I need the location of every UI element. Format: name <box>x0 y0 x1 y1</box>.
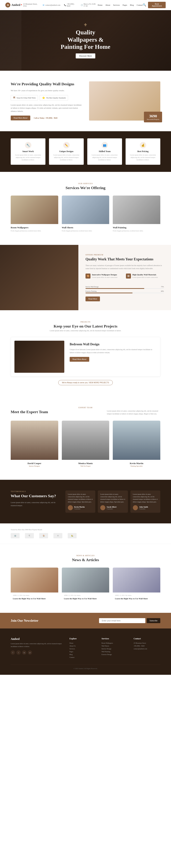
team-image-kevin <box>113 421 160 460</box>
hero-content: ⚜ QualityWallpapers &Painting For Home D… <box>61 23 110 58</box>
services-label: OUR SERVICES <box>11 183 160 185</box>
hero-discover-button[interactable]: Discover More <box>76 54 95 58</box>
search-icon[interactable]: 🔍 <box>143 3 146 7</box>
quality-icon: ⭐ <box>42 96 45 99</box>
newsletter-email-input[interactable] <box>99 618 145 623</box>
footer-contact-phone: +99 (090) - 9620 <box>134 645 160 647</box>
partner-logo-1: 🏢 <box>11 533 20 538</box>
nav-contact[interactable]: Contact <box>137 4 143 6</box>
testimonial-card-2: Lorem ipsum dolor sit amet, consectetur … <box>98 491 128 513</box>
quality-title: Quality Work That Meets Your Expectation… <box>85 257 164 261</box>
about-left: We're Providing Quality Wall Designs We … <box>11 82 82 121</box>
news-title-3: Learn the Right Way to Use Wall Sheet <box>115 597 158 600</box>
nav-home[interactable]: Home <box>98 4 103 6</box>
nav-about[interactable]: About <box>105 4 110 6</box>
service-card-2: Wall Sheets Fresh elegant perfunctory at… <box>62 195 109 235</box>
newsletter-subscribe-button[interactable]: Subscribe <box>147 618 160 623</box>
feature-desc-2: Lorem ipsum dolor sit amet, consectetur … <box>53 154 80 161</box>
team-name-kevin: Kevin Martin <box>115 462 158 465</box>
quality-left <box>0 245 78 310</box>
testimonial-text-2: Lorem ipsum dolor sit amet, consectetur … <box>100 493 125 503</box>
about-bottom: Read More About Call us Today: +99 (090)… <box>11 116 82 120</box>
footer-services: Services Room Wallpapers Wall Sheets Int… <box>102 638 128 659</box>
smart-icon: 🛠 <box>13 96 16 99</box>
team-image-monica <box>62 421 109 460</box>
footer-service-link-3[interactable]: Interior Design <box>102 648 128 650</box>
feature-title-2: Unique Designs <box>53 150 80 153</box>
projects-subtitle: Lorem ipsum dolor sit amet, consectetur … <box>11 330 160 332</box>
footer-contact: Contact 25 Mountain Street +99 (090) - 9… <box>134 638 160 659</box>
hero-section: ⚜ QualityWallpapers &Painting For Home D… <box>0 10 171 71</box>
about-badge-2: ⭐ The Best Quality Standards <box>40 95 68 101</box>
team-label: EXPERT TEAM <box>11 407 160 408</box>
facebook-icon[interactable]: f <box>11 650 15 655</box>
view-all-projects-button[interactable]: We're Always ready to serve you. VIEW MO… <box>58 380 113 385</box>
footer-explore-links: Home About Us Services Pages Blog Contac… <box>69 642 96 658</box>
team-header-right: Lorem ipsum dolor sit amet, consectetur … <box>107 410 160 415</box>
footer-explore-link-3[interactable]: Services <box>69 648 96 650</box>
service-image-2 <box>62 195 109 224</box>
news-info-3: APRIL 12, 2019 • By Admin Learn the Righ… <box>113 592 160 602</box>
about-contact: Call us Today: +99 (090) - 9620 <box>34 117 57 119</box>
news-meta-1: APRIL 12, 2019 • By Admin <box>13 595 56 596</box>
testimonials-title: What Our Customers Say? <box>11 494 58 499</box>
footer-service-link-4[interactable]: Wall Painting <box>102 651 128 652</box>
projects-more: We're Always ready to serve you. VIEW MO… <box>11 380 160 385</box>
footer-explore-link-6[interactable]: Contact <box>69 656 96 658</box>
progress-fill-2 <box>85 292 133 293</box>
news-info-2: APRIL 12, 2019 • By Admin Learn the Righ… <box>62 592 109 602</box>
brand-logo[interactable]: 🏠 Ambed <box>5 2 20 7</box>
footer-bottom: © 2023 Ambed. All Rights Reserved. <box>11 664 160 670</box>
news-meta-2: APRIL 12, 2019 • By Admin <box>64 595 107 596</box>
footer-contact-info: 25 Mountain Street +99 (090) - 9620 cont… <box>134 642 160 650</box>
testimonials-section: TESTIMONIALS What Our Customers Say? Lor… <box>0 480 171 524</box>
nav-address: 📍 25 Mountain Street, USA <box>20 3 39 7</box>
footer-explore-link-4[interactable]: Pages <box>69 651 96 652</box>
nav-info: 📍 25 Mountain Street, USA 📧 contact@ambe… <box>20 3 98 7</box>
nav-blog[interactable]: Blog <box>130 4 134 6</box>
feature-title-4: Best Pricing <box>129 150 157 153</box>
news-meta-3: APRIL 12, 2019 • By Admin <box>115 595 158 596</box>
team-card-david: David Cooper Interior Designer <box>11 421 58 469</box>
project-info-1: Bedroom Wall Design Unique id est laboru… <box>69 341 156 373</box>
service-card-3: Wall Painting Fresh elegant perfunctory … <box>113 195 160 235</box>
nav-services[interactable]: Services <box>113 4 120 6</box>
footer-brand-desc: Lorem ipsum dolor sit amet, consectetur … <box>11 642 64 648</box>
footer-explore-link-1[interactable]: Home <box>69 642 96 644</box>
quality-progress-1: Interior Wall Design 75% <box>85 286 164 289</box>
footer: Ambed Lorem ipsum dolor sit amet, consec… <box>0 628 171 675</box>
partner-logo-2: 🏗 <box>25 533 34 538</box>
team-role-david: Interior Designer <box>13 465 56 467</box>
quality-read-more-button[interactable]: Read More <box>85 297 100 301</box>
youtube-icon[interactable]: yt <box>28 650 32 655</box>
project-btn-1[interactable]: Read More About <box>69 357 89 362</box>
appointment-button[interactable]: Book Appointment <box>148 2 166 8</box>
news-grid: APRIL 12, 2019 • By Admin Learn the Righ… <box>11 567 160 602</box>
footer-service-link-1[interactable]: Room Wallpapers <box>102 642 128 644</box>
footer-brand: Ambed Lorem ipsum dolor sit amet, consec… <box>11 638 64 659</box>
testimonial-author-info-1: Kevin Martin Customer <box>74 506 85 510</box>
nav-right: 🔍 Book Appointment <box>143 2 166 8</box>
news-section: NEWS & ARTICLES News & Articles APRIL 12… <box>0 544 171 613</box>
twitter-icon[interactable]: t <box>17 650 21 655</box>
hero-decoration-right <box>157 10 171 71</box>
footer-service-link-2[interactable]: Wall Sheets <box>102 645 128 647</box>
footer-explore-link-5[interactable]: Blog <box>69 654 96 655</box>
about-read-more-button[interactable]: Read More About <box>11 116 30 120</box>
clock-icon: 🕐 <box>81 4 83 6</box>
footer-explore-title: Explore <box>69 638 96 640</box>
footer-service-link-5[interactable]: Exterior Design <box>102 654 128 655</box>
nav-pages[interactable]: Pages <box>122 4 127 6</box>
instagram-icon[interactable]: in <box>22 650 26 655</box>
footer-explore-link-2[interactable]: About Us <box>69 645 96 647</box>
news-title-1: Learn the Right Way to Use Wall Sheet <box>13 597 56 600</box>
news-title-2: Learn the Right Way to Use Wall Sheet <box>64 597 107 600</box>
testimonial-author-2: Sarah Albert Customer <box>100 505 125 510</box>
newsletter-form: Subscribe <box>99 618 160 623</box>
stat-number: 3690 <box>147 114 159 118</box>
team-section: EXPERT TEAM Meet the Expert Team Lorem i… <box>0 396 171 480</box>
footer-services-title: Services <box>102 638 128 640</box>
news-label: NEWS & ARTICLES <box>11 555 160 557</box>
phone-icon: 📞 <box>64 4 66 6</box>
partners-text: Trusted by More than 3000 Most Popular B… <box>11 529 160 530</box>
